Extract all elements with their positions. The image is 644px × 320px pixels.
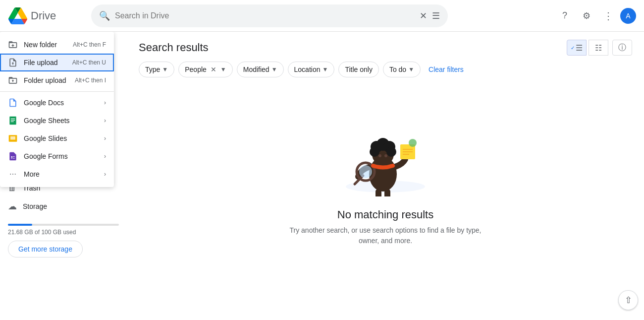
chip-modified-arrow-icon: ▼ [271,66,277,73]
storage-bar-bg [8,224,119,226]
app-title: Drive [31,9,56,22]
menu-item-folder-upload-label: Folder upload [24,76,66,84]
svg-rect-4 [11,120,15,121]
chip-location-arrow-icon: ▼ [322,66,328,73]
main-content: Search results ✓ ☰ ☷ ⓘ Type [127,32,644,320]
svg-rect-25 [376,189,381,196]
menu-item-google-forms[interactable]: Google Forms › [0,147,114,165]
menu-item-file-upload-label: File upload [24,59,58,66]
avatar[interactable]: A [620,8,636,24]
list-view-icon: ☰ [576,43,583,53]
svg-point-23 [378,154,381,157]
topbar-right: ? ⚙ ⋮ A [555,6,636,26]
chip-modified[interactable]: Modified ▼ [237,62,284,77]
file-upload-icon [8,58,18,67]
page-title: Search results [139,41,209,54]
svg-point-33 [409,139,417,147]
filter-row: Type ▼ People ✕ ▼ Modified ▼ Location ▼ [139,62,632,77]
empty-state: No matching results Try another search, … [139,87,632,276]
new-item-dropdown: New folder Alt+C then F File upload Alt+… [0,32,114,187]
storage-section: 21.68 GB of 100 GB used Get more storage [0,216,127,261]
main-layout: New folder Alt+C then F File upload Alt+… [0,32,644,320]
cloud-icon: ☁ [8,201,17,212]
menu-item-folder-upload[interactable]: Folder upload Alt+C then I [0,71,114,89]
more-icon: ⋯ [8,169,18,179]
menu-item-google-sheets[interactable]: Google Sheets › [0,112,114,129]
chip-title-only-label: Title only [345,65,373,73]
chip-people-label: People [185,65,207,73]
svg-rect-10 [11,158,13,158]
new-folder-shortcut: Alt+C then F [73,41,106,48]
chip-people-arrow-icon: ▼ [220,66,226,73]
settings-button[interactable]: ⚙ [577,6,596,26]
support-button[interactable]: ? [555,6,575,26]
chip-people[interactable]: People ✕ ▼ [178,62,232,77]
chip-to-do[interactable]: To do ▼ [383,62,421,77]
new-folder-icon [8,40,18,50]
menu-divider-1 [0,91,114,92]
menu-item-file-upload[interactable]: File upload Alt+C then U [0,54,114,71]
scroll-to-top-button[interactable]: ⇧ [618,290,638,310]
sidebar-item-storage-label: Storage [23,202,47,210]
chip-type-label: Type [145,65,160,73]
chip-location-label: Location [294,65,321,73]
menu-item-google-slides[interactable]: Google Slides › [0,129,114,147]
more-arrow-icon: › [104,171,106,178]
storage-bar-fill [8,224,32,226]
svg-rect-3 [11,119,15,119]
svg-rect-11 [13,158,15,158]
chip-to-do-arrow-icon: ▼ [408,66,414,73]
svg-point-24 [384,154,387,157]
clear-search-icon[interactable]: ✕ [420,10,427,21]
svg-point-22 [386,147,396,157]
grid-view-icon: ☷ [595,43,602,53]
google-slides-arrow-icon: › [104,135,106,142]
grid-view-button[interactable]: ☷ [589,40,608,56]
apps-button[interactable]: ⋮ [598,6,618,26]
google-sheets-icon [8,116,18,126]
settings-icon: ⚙ [583,10,590,21]
menu-item-google-docs[interactable]: Google Docs › [0,94,114,112]
chip-people-close-icon[interactable]: ✕ [209,65,218,73]
sidebar-item-storage[interactable]: ☁ Storage [0,197,119,216]
clear-filters-button[interactable]: Clear filters [425,64,468,75]
google-forms-icon [8,151,18,161]
search-input[interactable] [115,11,415,20]
check-icon: ✓ [571,45,575,51]
get-more-storage-button[interactable]: Get more storage [8,241,83,257]
logo-area[interactable]: Drive [8,7,87,24]
chip-type[interactable]: Type ▼ [139,62,174,77]
chip-type-arrow-icon: ▼ [162,66,168,73]
view-controls: ✓ ☰ ☷ ⓘ [567,40,632,56]
scroll-top-icon: ⇧ [625,295,632,306]
info-button[interactable]: ⓘ [612,40,632,56]
svg-rect-5 [11,122,14,122]
empty-illustration [336,117,435,196]
empty-state-subtitle: Try another search, or use search option… [286,225,484,246]
content-header: Search results ✓ ☰ ☷ ⓘ [139,32,632,62]
chip-location[interactable]: Location ▼ [288,62,335,77]
google-sheets-arrow-icon: › [104,117,106,124]
menu-item-google-docs-label: Google Docs [24,99,64,107]
svg-rect-8 [11,156,13,158]
list-view-button[interactable]: ✓ ☰ [567,40,587,56]
menu-item-new-folder[interactable]: New folder Alt+C then F [0,36,114,54]
search-options-icon[interactable]: ☰ [432,10,440,21]
menu-item-google-forms-label: Google Forms [24,152,68,160]
menu-item-new-folder-label: New folder [24,41,57,49]
menu-item-google-slides-label: Google Slides [24,134,67,142]
folder-upload-shortcut: Alt+C then I [75,77,106,84]
google-forms-arrow-icon: › [104,153,106,160]
chip-title-only[interactable]: Title only [338,62,379,77]
chip-modified-label: Modified [243,65,269,73]
menu-item-more[interactable]: ⋯ More › [0,165,114,183]
storage-used-text: 21.68 GB of 100 GB used [8,229,119,236]
search-bar[interactable]: 🔍 ✕ ☰ [91,4,448,27]
chip-to-do-label: To do [389,65,406,73]
file-upload-shortcut: Alt+C then U [72,59,106,66]
menu-item-more-label: More [24,170,40,178]
svg-rect-9 [13,156,15,157]
sidebar: New folder Alt+C then F File upload Alt+… [0,32,127,320]
topbar: Drive 🔍 ✕ ☰ ? ⚙ ⋮ A [0,0,644,32]
svg-rect-7 [10,136,15,140]
